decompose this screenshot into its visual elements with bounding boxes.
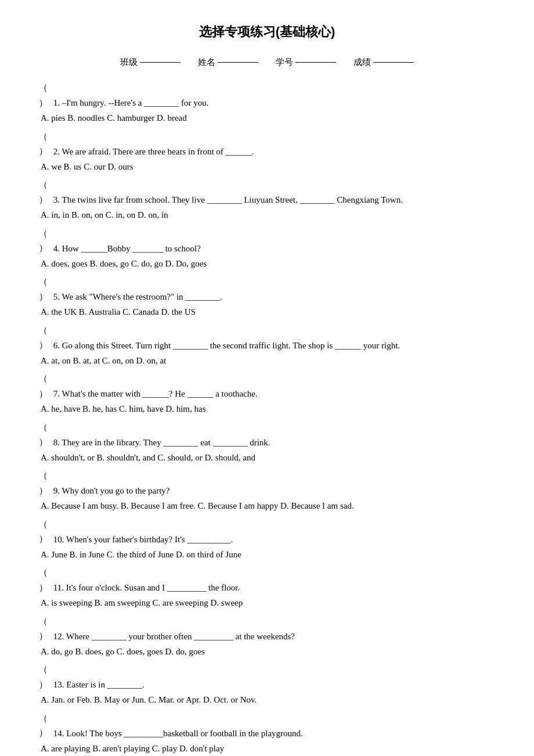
options-line-11: A. is sweeping B. am sweeping C. are swe… [35,596,499,611]
options-line-14: A. are playing B. aren't playing C. play… [35,741,499,757]
question-line-4: （ ） 4. How ______Bobby _______ to school… [35,226,499,256]
question-block-3: （ ） 3. The twins live far from school. T… [35,178,499,223]
question-block-13: （ ） 13. Easter is in ________.A. Jan. or… [35,663,499,708]
id-field: 学号 [276,57,336,68]
paren: （ ） [35,178,51,207]
paren: （ ） [35,420,51,450]
question-line-2: （ ） 2. We are afraid. There are three be… [35,129,499,159]
name-field: 姓名 [198,57,258,68]
score-field: 成绩 [353,57,414,68]
question-block-5: （ ） 5. We ask "Where's the restroom?" in… [35,275,499,320]
paren: （ ） [35,129,51,159]
class-blank [140,62,181,63]
question-line-7: （ ） 7. What's the matter with ______? He… [35,372,499,401]
options-line-2: A. we B. us C. our D. ours [35,160,499,175]
question-line-12: （ ） 12. Where ________ your brother ofte… [35,614,499,644]
id-blank [295,62,336,63]
options-line-4: A. does, goes B. does, go C. do, go D. D… [35,257,499,272]
question-block-6: （ ） 6. Go along this Street. Turn right … [35,323,499,369]
paren: （ ） [35,372,51,401]
options-line-12: A. do, go B. does, go C. does, goes D. d… [35,645,499,660]
question-block-4: （ ） 4. How ______Bobby _______ to school… [35,226,499,272]
id-label: 学号 [276,57,293,68]
question-line-14: （ ） 14. Look! The boys _________basketba… [35,711,499,741]
options-line-6: A. at, on B. at, at C. on, on D. on, at [35,354,499,369]
paren: （ ） [35,614,51,644]
options-line-5: A. the UK B. Australia C. Canada D. the … [35,305,499,320]
class-field: 班级 [120,57,181,68]
options-line-9: A. Because I am busy. B. Because I am fr… [35,499,499,514]
options-line-8: A. shouldn't, or B. shouldn't, and C. sh… [35,451,499,466]
name-label: 姓名 [198,57,215,68]
question-line-1: （ ） 1. –I'm hungry. --Here's a ________ … [35,81,499,110]
question-block-14: （ ） 14. Look! The boys _________basketba… [35,711,499,757]
options-line-1: A. pies B. noodles C. hamburger D. bread [35,111,499,126]
question-block-9: （ ） 9. Why don't you go to the party?A. … [35,469,499,514]
question-block-8: （ ） 8. They are in the library. They ___… [35,420,499,466]
score-label: 成绩 [353,57,371,68]
page-title: 选择专项练习(基础核心) [35,23,499,41]
paren: （ ） [35,566,51,595]
question-line-13: （ ） 13. Easter is in ________. [35,663,499,692]
question-block-10: （ ） 10. When's your father's birthday? I… [35,517,499,563]
question-block-2: （ ） 2. We are afraid. There are three be… [35,129,499,175]
question-block-12: （ ） 12. Where ________ your brother ofte… [35,614,499,660]
score-blank [373,62,414,63]
paren: （ ） [35,81,51,110]
paren: （ ） [35,663,51,692]
question-block-1: （ ） 1. –I'm hungry. --Here's a ________ … [35,81,499,126]
question-line-6: （ ） 6. Go along this Street. Turn right … [35,323,499,353]
paren: （ ） [35,275,51,304]
paren: （ ） [35,469,51,498]
question-line-11: （ ） 11. It's four o'clock. Susan and I _… [35,566,499,595]
question-line-9: （ ） 9. Why don't you go to the party? [35,469,499,498]
question-line-8: （ ） 8. They are in the library. They ___… [35,420,499,450]
options-line-10: A. June B. in June C. the third of June … [35,548,499,563]
name-blank [218,62,258,63]
question-line-10: （ ） 10. When's your father's birthday? I… [35,517,499,547]
class-label: 班级 [120,57,138,68]
paren: （ ） [35,517,51,547]
paren: （ ） [35,711,51,741]
question-line-5: （ ） 5. We ask "Where's the restroom?" in… [35,275,499,304]
options-line-3: A. in, in B. on, on C. in, on D. on, in [35,208,499,223]
questions-container: （ ） 1. –I'm hungry. --Here's a ________ … [35,81,499,756]
options-line-7: A. he, have B. he, has C. him, have D. h… [35,402,499,417]
question-line-3: （ ） 3. The twins live far from school. T… [35,178,499,207]
options-line-13: A. Jan. or Feb. B. May or Jun. C. Mar. o… [35,693,499,708]
question-block-7: （ ） 7. What's the matter with ______? He… [35,372,499,417]
paren: （ ） [35,226,51,256]
header-row: 班级 姓名 学号 成绩 [35,57,499,68]
question-block-11: （ ） 11. It's four o'clock. Susan and I _… [35,566,499,611]
paren: （ ） [35,323,51,353]
